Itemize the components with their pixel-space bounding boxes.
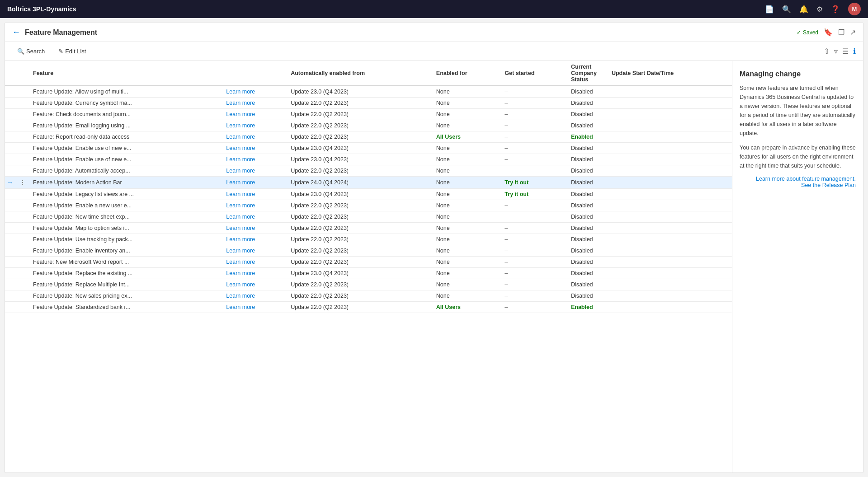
- table-row[interactable]: Feature: New Microsoft Word report ... L…: [5, 257, 732, 268]
- row-get-started[interactable]: Try it out: [501, 177, 567, 189]
- row-get-started[interactable]: –: [501, 234, 567, 245]
- learn-more-link[interactable]: Learn more: [226, 168, 255, 174]
- table-row[interactable]: Feature Update: Map to option sets i... …: [5, 223, 732, 234]
- document-icon[interactable]: 📄: [765, 5, 774, 14]
- row-learn-more[interactable]: Learn more: [222, 245, 287, 257]
- learn-more-link[interactable]: Learn more: [226, 111, 255, 117]
- table-row[interactable]: Feature Update: Legacy list views are ..…: [5, 189, 732, 200]
- back-button[interactable]: ←: [12, 28, 20, 37]
- row-get-started[interactable]: –: [501, 109, 567, 120]
- row-learn-more[interactable]: Learn more: [222, 302, 287, 313]
- search-icon[interactable]: 🔍: [782, 5, 791, 14]
- row-learn-more[interactable]: Learn more: [222, 223, 287, 234]
- row-get-started[interactable]: –: [501, 131, 567, 143]
- table-row[interactable]: Feature Update: Enable inventory an... L…: [5, 245, 732, 257]
- row-get-started[interactable]: –: [501, 165, 567, 177]
- learn-more-link[interactable]: Learn more: [226, 304, 255, 310]
- try-it-link[interactable]: Try it out: [505, 179, 528, 186]
- search-button[interactable]: 🔍 Search: [12, 46, 50, 57]
- open-new-icon[interactable]: ❐: [838, 28, 844, 37]
- row-learn-more[interactable]: Learn more: [222, 234, 287, 245]
- row-learn-more[interactable]: Learn more: [222, 86, 287, 98]
- row-get-started[interactable]: –: [501, 268, 567, 279]
- row-get-started[interactable]: –: [501, 245, 567, 257]
- learn-more-link[interactable]: Learn more: [226, 214, 255, 220]
- learn-more-link[interactable]: Learn more: [226, 179, 255, 186]
- row-get-started[interactable]: Try it out: [501, 189, 567, 200]
- row-learn-more[interactable]: Learn more: [222, 143, 287, 154]
- release-plan-link[interactable]: See the Release Plan: [740, 182, 856, 188]
- row-learn-more[interactable]: Learn more: [222, 177, 287, 189]
- try-it-link[interactable]: Try it out: [505, 191, 528, 197]
- row-get-started[interactable]: –: [501, 143, 567, 154]
- row-learn-more[interactable]: Learn more: [222, 165, 287, 177]
- settings-icon[interactable]: ⚙: [816, 5, 823, 14]
- table-row[interactable]: Feature: Report read-only data access Le…: [5, 131, 732, 143]
- row-get-started[interactable]: –: [501, 279, 567, 290]
- learn-more-link[interactable]: Learn more: [226, 259, 255, 265]
- row-learn-more[interactable]: Learn more: [222, 154, 287, 165]
- table-row[interactable]: Feature Update: Use tracking by pack... …: [5, 234, 732, 245]
- bell-icon[interactable]: 🔔: [799, 5, 808, 14]
- row-get-started[interactable]: –: [501, 154, 567, 165]
- row-learn-more[interactable]: Learn more: [222, 290, 287, 302]
- table-row[interactable]: Feature Update: Enable use of new e... L…: [5, 154, 732, 165]
- row-get-started[interactable]: –: [501, 200, 567, 211]
- table-row[interactable]: Feature Update: New sales pricing ex... …: [5, 290, 732, 302]
- row-learn-more[interactable]: Learn more: [222, 268, 287, 279]
- edit-list-button[interactable]: ✎ Edit List: [53, 46, 91, 57]
- learn-more-link[interactable]: Learn more: [226, 293, 255, 299]
- row-get-started[interactable]: –: [501, 120, 567, 131]
- bookmark-icon[interactable]: 🔖: [824, 28, 833, 37]
- learn-more-link[interactable]: Learn more: [226, 225, 255, 231]
- learn-more-link[interactable]: Learn more: [226, 270, 255, 276]
- row-learn-more[interactable]: Learn more: [222, 120, 287, 131]
- row-learn-more[interactable]: Learn more: [222, 131, 287, 143]
- help-icon[interactable]: ❓: [831, 5, 840, 14]
- table-row[interactable]: Feature Update: Email logging using ... …: [5, 120, 732, 131]
- table-row[interactable]: Feature Update: Replace the existing ...…: [5, 268, 732, 279]
- row-get-started[interactable]: –: [501, 290, 567, 302]
- table-row[interactable]: Feature Update: Enable a new user e... L…: [5, 200, 732, 211]
- row-get-started[interactable]: –: [501, 223, 567, 234]
- table-row[interactable]: Feature Update: Enable use of new e... L…: [5, 143, 732, 154]
- learn-more-link[interactable]: Learn more: [226, 236, 255, 243]
- learn-more-link[interactable]: Learn more: [226, 145, 255, 151]
- table-row[interactable]: → ⋮ Feature Update: Modern Action Bar Le…: [5, 177, 732, 189]
- table-row[interactable]: Feature Update: New time sheet exp... Le…: [5, 211, 732, 223]
- filter-icon[interactable]: ▿: [834, 47, 838, 56]
- row-learn-more[interactable]: Learn more: [222, 109, 287, 120]
- avatar[interactable]: M: [848, 3, 861, 15]
- learn-more-link[interactable]: Learn more: [226, 191, 255, 197]
- learn-more-link[interactable]: Learn more: [226, 89, 255, 95]
- learn-more-link[interactable]: Learn more: [226, 156, 255, 163]
- learn-more-management-link[interactable]: Learn more about feature management.: [740, 176, 856, 182]
- learn-more-link[interactable]: Learn more: [226, 122, 255, 129]
- table-row[interactable]: Feature Update: Standardized bank r... L…: [5, 302, 732, 313]
- info-icon[interactable]: ℹ: [853, 47, 856, 56]
- learn-more-link[interactable]: Learn more: [226, 281, 255, 288]
- row-learn-more[interactable]: Learn more: [222, 279, 287, 290]
- table-row[interactable]: Feature Update: Currency symbol ma... Le…: [5, 98, 732, 109]
- row-get-started[interactable]: –: [501, 98, 567, 109]
- row-get-started[interactable]: –: [501, 302, 567, 313]
- table-row[interactable]: Feature Update: Automatically accep... L…: [5, 165, 732, 177]
- row-get-started[interactable]: –: [501, 86, 567, 98]
- row-get-started[interactable]: –: [501, 257, 567, 268]
- table-row[interactable]: Feature: Check documents and journ... Le…: [5, 109, 732, 120]
- expand-icon[interactable]: ↗: [850, 28, 856, 37]
- learn-more-link[interactable]: Learn more: [226, 134, 255, 140]
- row-context-menu[interactable]: ⋮: [19, 179, 26, 186]
- learn-more-link[interactable]: Learn more: [226, 202, 255, 209]
- table-row[interactable]: Feature Update: Replace Multiple Int... …: [5, 279, 732, 290]
- row-get-started[interactable]: –: [501, 211, 567, 223]
- row-learn-more[interactable]: Learn more: [222, 189, 287, 200]
- learn-more-link[interactable]: Learn more: [226, 248, 255, 254]
- row-learn-more[interactable]: Learn more: [222, 98, 287, 109]
- row-learn-more[interactable]: Learn more: [222, 200, 287, 211]
- row-learn-more[interactable]: Learn more: [222, 257, 287, 268]
- row-learn-more[interactable]: Learn more: [222, 211, 287, 223]
- list-view-icon[interactable]: ☰: [842, 47, 849, 56]
- learn-more-link[interactable]: Learn more: [226, 100, 255, 106]
- share-icon[interactable]: ⇧: [824, 47, 830, 56]
